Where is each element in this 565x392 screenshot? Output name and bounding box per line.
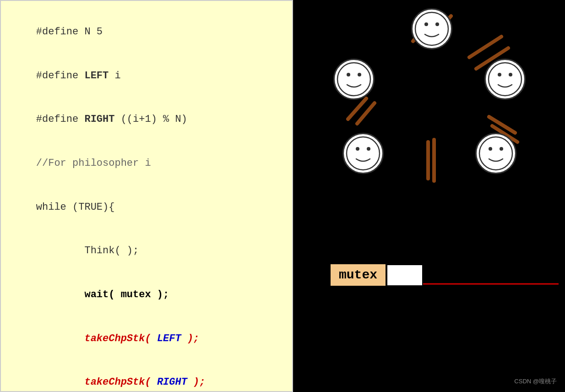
code-line-define-left: #define LEFT i [12,54,281,98]
face-bottom-right [475,133,516,174]
diagram-svg [293,0,565,392]
svg-line-6 [489,117,515,133]
face-top-left [333,59,375,100]
define-n-text: #define N 5 [36,26,103,38]
face-top-right-svg [487,61,523,98]
svg-point-21 [356,147,359,151]
code-line-define-n: #define N 5 [12,10,281,54]
svg-point-11 [415,12,448,45]
code-line-while: while (TRUE){ [12,185,281,229]
watermark: CSDN @嗖桃子 [514,377,557,386]
face-bottom-right-svg [478,135,514,172]
mutex-label: mutex [330,263,386,287]
mutex-value-box [386,264,423,286]
diagram-panel: mutex CSDN @嗖桃子 [293,0,565,392]
svg-point-19 [509,73,512,76]
code-panel: #define N 5 #define LEFT i #define RIGHT… [0,0,293,392]
svg-point-20 [347,137,380,170]
svg-point-25 [500,147,503,151]
svg-point-14 [337,63,370,96]
svg-point-18 [498,73,501,76]
code-line-define-right: #define RIGHT ((i+1) % N) [12,98,281,142]
svg-line-2 [469,37,501,57]
svg-point-16 [358,73,361,76]
svg-line-4 [357,103,375,124]
svg-point-22 [367,147,370,151]
code-line-think: Think( ); [12,229,281,273]
svg-point-24 [489,147,492,151]
face-bottom-left [342,133,384,174]
svg-point-15 [347,73,350,76]
svg-point-17 [489,63,522,96]
code-line-take-left: takeChpStk( LEFT ); [12,317,281,361]
code-line-comment: //For philosopher i [12,142,281,185]
face-top [411,8,452,49]
face-top-right [484,59,526,100]
svg-line-5 [348,98,366,119]
face-top-svg [413,11,450,47]
code-line-wait: wait( mutex ); [12,273,281,317]
svg-point-23 [479,137,512,170]
mutex-container: mutex [330,263,423,287]
svg-point-12 [424,22,428,26]
face-bottom-left-svg [345,135,381,172]
code-line-take-right: takeChpStk( RIGHT ); [12,360,281,392]
face-top-left-svg [336,61,372,98]
svg-point-13 [435,22,439,26]
